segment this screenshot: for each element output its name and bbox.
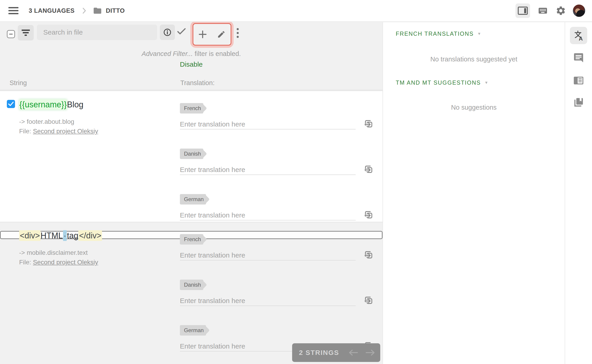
gear-icon: [556, 6, 566, 16]
copy-source-button[interactable]: [362, 163, 374, 175]
breadcrumb: 3 LANGUAGES DITTO: [29, 6, 125, 15]
empty-state-text: No suggestions: [383, 104, 565, 111]
copy-source-button[interactable]: [362, 248, 374, 260]
hamburger-icon: [8, 7, 19, 14]
reader-panel-button[interactable]: [573, 75, 584, 86]
dots-vertical-icon: [236, 28, 239, 38]
language-tag-danish[interactable]: Danish: [180, 280, 203, 290]
copy-source-icon: [362, 249, 374, 260]
file-label: File:: [19, 128, 31, 135]
reader-icon: [573, 75, 584, 86]
file-label: File:: [19, 259, 31, 266]
section-tm-mt-suggestions[interactable]: TM AND MT SUGGESTIONS ▼: [396, 79, 488, 86]
app-window: 3 LANGUAGES DITTO: [0, 0, 592, 364]
highlight-annotation-border: [193, 23, 231, 46]
translations-panel-button[interactable]: A: [570, 27, 587, 44]
chevron-right-icon: [82, 7, 86, 14]
copy-source-icon: [362, 294, 374, 306]
glossary-panel-button[interactable]: [573, 97, 584, 108]
layout-panel-icon: [518, 6, 528, 15]
strings-count: 2 STRINGS: [299, 349, 339, 357]
string-text: <div>HTML·tag</div>: [19, 230, 102, 241]
translations-column: French: [180, 103, 374, 240]
info-button[interactable]: [160, 25, 175, 40]
translation-input-danish[interactable]: [180, 296, 356, 306]
copy-source-icon: [362, 118, 374, 130]
checkmark-icon: [8, 101, 14, 107]
highlight-annotation: [190, 21, 234, 48]
next-string-button[interactable]: [365, 349, 376, 357]
translation-group-danish: Danish: [180, 280, 374, 306]
filter-button[interactable]: [18, 25, 34, 40]
plain-segment: tag: [67, 231, 78, 240]
translation-input-french[interactable]: [180, 119, 356, 130]
keyboard-shortcuts-button[interactable]: [537, 6, 549, 16]
string-file: File: Second project Oleksiy: [19, 128, 98, 135]
string-row: {{username}}Blog -> footer.about.blog Fi…: [0, 91, 383, 222]
column-headers: String Translation:: [0, 75, 383, 91]
translation-group-french: French: [180, 234, 374, 260]
string-key: -> mobile.disclaimer.text: [19, 249, 88, 256]
translation-input-german[interactable]: [180, 210, 356, 221]
add-string-button[interactable]: [198, 30, 207, 39]
translate-icon: A: [573, 30, 584, 41]
filter-icon: [21, 29, 30, 36]
translation-input-french[interactable]: [180, 250, 356, 260]
translation-group-french: French: [180, 103, 374, 130]
collections-bookmark-icon: [573, 97, 584, 108]
previous-string-button[interactable]: [348, 349, 358, 357]
plain-segment: Blog: [67, 100, 83, 109]
info-icon: [163, 28, 172, 37]
plain-segment: HTML: [40, 231, 63, 240]
comment-icon: [573, 52, 584, 63]
menu-button[interactable]: [8, 7, 19, 14]
language-tag-danish[interactable]: Danish: [180, 149, 203, 159]
select-all-checkbox[interactable]: [7, 30, 15, 38]
suggestions-panel: FRENCH TRANSLATIONS ▼ No translations su…: [383, 22, 565, 364]
copy-source-button[interactable]: [362, 117, 374, 130]
search-field: [37, 25, 157, 40]
search-input[interactable]: [37, 25, 157, 40]
variable-segment: {{username}}: [19, 99, 67, 110]
empty-state-text: No translations suggested yet: [383, 56, 565, 63]
plus-icon: [198, 30, 207, 39]
string-file-link[interactable]: Second project Oleksiy: [33, 259, 98, 266]
pager: 2 STRINGS: [292, 343, 380, 362]
disable-filter-link[interactable]: Disable: [0, 60, 383, 68]
top-bar: 3 LANGUAGES DITTO: [0, 0, 592, 22]
more-options-button[interactable]: [236, 28, 239, 39]
language-tag-german[interactable]: German: [180, 325, 206, 336]
approve-translations-button[interactable]: [177, 28, 186, 36]
language-tag-french[interactable]: French: [180, 103, 203, 114]
filter-notice: Advanced Filter... filter is enabled.: [0, 50, 383, 58]
row-checkbox[interactable]: [7, 100, 15, 108]
translation-input-danish[interactable]: [180, 165, 356, 175]
filter-name-text: Advanced Filter...: [142, 50, 193, 57]
edit-string-button[interactable]: [217, 30, 226, 39]
string-row: <div>HTML·tag</div> -> mobile.disclaimer…: [0, 222, 383, 359]
column-header-translation: Translation:: [180, 79, 214, 87]
settings-button[interactable]: [556, 6, 566, 16]
pencil-icon: [217, 30, 226, 39]
language-tag-german[interactable]: German: [180, 194, 206, 205]
keyboard-icon: [537, 6, 549, 16]
copy-source-button[interactable]: [362, 208, 374, 221]
string-key: -> footer.about.blog: [19, 118, 74, 125]
copy-source-icon: [362, 209, 374, 221]
copy-source-button[interactable]: [362, 294, 374, 306]
section-french-translations[interactable]: FRENCH TRANSLATIONS ▼: [396, 31, 481, 37]
translation-group-german: German: [180, 194, 374, 221]
string-file-link[interactable]: Second project Oleksiy: [33, 128, 98, 135]
arrow-right-icon: [365, 349, 376, 357]
breadcrumb-folder[interactable]: DITTO: [106, 7, 125, 14]
html-tag-segment: <div>: [19, 230, 40, 241]
breadcrumb-languages[interactable]: 3 LANGUAGES: [29, 7, 75, 14]
toggle-right-panel-button[interactable]: [515, 3, 530, 18]
collapse-triangle-icon: ▼: [485, 81, 488, 85]
indeterminate-minus-icon: [9, 34, 13, 35]
string-file: File: Second project Oleksiy: [19, 259, 98, 266]
comments-panel-button[interactable]: [573, 52, 584, 63]
avatar[interactable]: [573, 5, 585, 17]
language-tag-french[interactable]: French: [180, 234, 203, 245]
copy-source-icon: [362, 163, 374, 175]
